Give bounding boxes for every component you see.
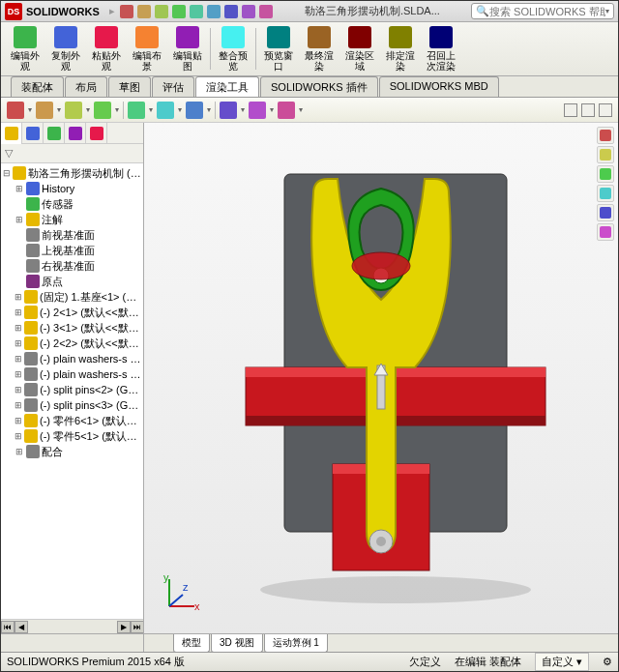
ribbon-6[interactable]: 预览窗口 bbox=[258, 24, 299, 73]
redo-button[interactable] bbox=[206, 4, 221, 19]
section-button[interactable] bbox=[94, 102, 111, 119]
tree-tab-0[interactable] bbox=[1, 123, 22, 144]
scroll-last-icon[interactable]: ⏭ bbox=[131, 621, 144, 633]
save-button[interactable] bbox=[154, 4, 169, 19]
decal-button[interactable] bbox=[597, 165, 614, 183]
bottom-tab-1[interactable]: 3D 视图 bbox=[211, 634, 263, 653]
tree-row[interactable]: 上视基准面 bbox=[1, 243, 143, 258]
ribbon-7[interactable]: 最终渲染 bbox=[299, 24, 339, 73]
undo-button[interactable] bbox=[189, 4, 204, 19]
tree-row[interactable]: 传感器 bbox=[1, 196, 143, 212]
rebuild-button[interactable] bbox=[223, 4, 239, 19]
display-style-button[interactable] bbox=[157, 102, 174, 119]
tree-filter-bar[interactable]: ▽ bbox=[1, 144, 143, 163]
view-settings-dropdown-icon[interactable]: ▾ bbox=[299, 105, 303, 114]
ribbon-3[interactable]: 编辑布景 bbox=[127, 24, 167, 73]
tree-row[interactable]: ⊞(-) split pins<3> (GB_CON bbox=[1, 397, 143, 413]
ribbon-9[interactable]: 排定渲染 bbox=[380, 24, 421, 73]
tree-row[interactable]: ⊞(固定) 1.基座<1> (默认<<默认 bbox=[1, 289, 143, 305]
tab-6[interactable]: SOLIDWORKS MBD bbox=[379, 76, 499, 97]
zoom-area-dropdown-icon[interactable]: ▾ bbox=[57, 105, 61, 114]
expand-icon[interactable]: ⊞ bbox=[15, 354, 22, 364]
tab-5[interactable]: SOLIDWORKS 插件 bbox=[260, 76, 378, 97]
ribbon-8[interactable]: 渲染区域 bbox=[339, 24, 380, 73]
ribbon-4[interactable]: 编辑贴图 bbox=[167, 24, 208, 73]
tab-4[interactable]: 渲染工具 bbox=[195, 76, 259, 97]
expand-icon[interactable]: ⊞ bbox=[15, 416, 22, 425]
filter-dropdown-icon[interactable]: ▽ bbox=[5, 147, 13, 160]
expand-icon[interactable]: ⊞ bbox=[15, 292, 22, 302]
help-search[interactable]: 🔍 ▾ bbox=[471, 3, 614, 19]
new-button[interactable] bbox=[119, 4, 134, 19]
tab-2[interactable]: 草图 bbox=[108, 76, 151, 97]
light-button[interactable] bbox=[597, 185, 614, 202]
zoom-fit-dropdown-icon[interactable]: ▾ bbox=[28, 105, 32, 114]
ribbon-10[interactable]: 召回上次渲染 bbox=[421, 24, 461, 73]
edit-appearance-button[interactable] bbox=[220, 102, 237, 119]
expand-icon[interactable]: ⊟ bbox=[3, 168, 11, 178]
expand-icon[interactable]: ⊞ bbox=[15, 338, 22, 348]
tree-row[interactable]: 右视基准面 bbox=[1, 258, 143, 274]
bottom-tab-2[interactable]: 运动算例 1 bbox=[264, 634, 328, 653]
tree-row[interactable]: 前视基准面 bbox=[1, 227, 143, 243]
tab-0[interactable]: 装配体 bbox=[11, 76, 64, 97]
tree-row[interactable]: ⊞History bbox=[1, 181, 143, 196]
scroll-left-icon[interactable]: ◀ bbox=[15, 621, 28, 633]
view-triad[interactable]: y x z bbox=[162, 575, 200, 614]
previous-dropdown-icon[interactable]: ▾ bbox=[86, 105, 90, 114]
tree-tab-4[interactable] bbox=[86, 123, 107, 144]
tree-row[interactable]: ⊞(-) split pins<2> (GB_CON bbox=[1, 382, 143, 397]
scroll-first-icon[interactable]: ⏮ bbox=[1, 621, 15, 633]
status-item-2[interactable]: 自定义 ▾ bbox=[535, 653, 589, 671]
zoom-fit-button[interactable] bbox=[7, 102, 24, 119]
ribbon-2[interactable]: 粘贴外观 bbox=[86, 24, 127, 73]
tree-row[interactable]: ⊞(-) plain washers-s series-g bbox=[1, 351, 143, 366]
edit-appearance-dropdown-icon[interactable]: ▾ bbox=[241, 105, 245, 114]
tree-row[interactable]: 原点 bbox=[1, 274, 143, 289]
scene-button[interactable] bbox=[597, 146, 614, 163]
view-settings-button[interactable] bbox=[278, 102, 295, 119]
apply-scene-dropdown-icon[interactable]: ▾ bbox=[270, 105, 274, 114]
hide-show-button[interactable] bbox=[186, 102, 203, 119]
expand-icon[interactable]: ⊞ bbox=[15, 385, 22, 394]
search-dropdown-icon[interactable]: ▾ bbox=[605, 7, 609, 15]
open-button[interactable] bbox=[136, 4, 152, 19]
tab-1[interactable]: 布局 bbox=[65, 76, 107, 97]
print-button[interactable] bbox=[171, 4, 187, 19]
close-icon[interactable] bbox=[599, 103, 612, 117]
zoom-area-button[interactable] bbox=[36, 102, 53, 119]
hide-show-dropdown-icon[interactable]: ▾ bbox=[207, 105, 211, 114]
tab-3[interactable]: 评估 bbox=[152, 76, 194, 97]
tree-row[interactable]: ⊞注解 bbox=[1, 212, 143, 227]
expand-icon[interactable]: ⊞ bbox=[15, 323, 22, 333]
view-orient-button[interactable] bbox=[128, 102, 145, 119]
tree-row[interactable]: ⊞(-) 3<1> (默认<<默认>_显示 bbox=[1, 320, 143, 336]
apply-scene-button[interactable] bbox=[249, 102, 266, 119]
view-orient-dropdown-icon[interactable]: ▾ bbox=[149, 105, 153, 114]
expand-icon[interactable]: ⊞ bbox=[15, 184, 24, 193]
tree-row[interactable]: ⊞(-) 零件5<1> (默认<<默认>_ bbox=[1, 428, 143, 444]
expand-icon[interactable]: ⊞ bbox=[15, 431, 22, 441]
help-search-input[interactable] bbox=[489, 6, 605, 17]
tree-row[interactable]: ⊞(-) 2<2> (默认<<默认>_显示 bbox=[1, 336, 143, 351]
tree-row[interactable]: ⊞配合 bbox=[1, 444, 143, 459]
previous-button[interactable] bbox=[65, 102, 82, 119]
display-style-dropdown-icon[interactable]: ▾ bbox=[178, 105, 182, 114]
options-button[interactable] bbox=[241, 4, 256, 19]
tree-tab-2[interactable] bbox=[44, 123, 65, 144]
expand-icon[interactable]: ⊞ bbox=[15, 369, 22, 379]
gear-icon[interactable]: ⚙ bbox=[603, 656, 612, 668]
window2-icon[interactable] bbox=[581, 103, 595, 117]
tree-row[interactable]: ⊞(-) 零件6<1> (默认<<默认>_ bbox=[1, 413, 143, 428]
tree-tab-3[interactable] bbox=[65, 123, 86, 144]
expand-icon[interactable]: ⊞ bbox=[15, 447, 24, 456]
ribbon-0[interactable]: 编辑外观 bbox=[5, 24, 45, 73]
ribbon-5[interactable]: 整合预览 bbox=[213, 24, 253, 73]
scroll-right-icon[interactable]: ▶ bbox=[117, 621, 131, 633]
dropdown-button[interactable] bbox=[258, 4, 274, 19]
ribbon-1[interactable]: 复制外观 bbox=[45, 24, 86, 73]
expand-icon[interactable]: ⊞ bbox=[15, 215, 24, 224]
window1-icon[interactable] bbox=[564, 103, 577, 117]
walk-button[interactable] bbox=[597, 223, 614, 241]
section-dropdown-icon[interactable]: ▾ bbox=[115, 105, 119, 114]
